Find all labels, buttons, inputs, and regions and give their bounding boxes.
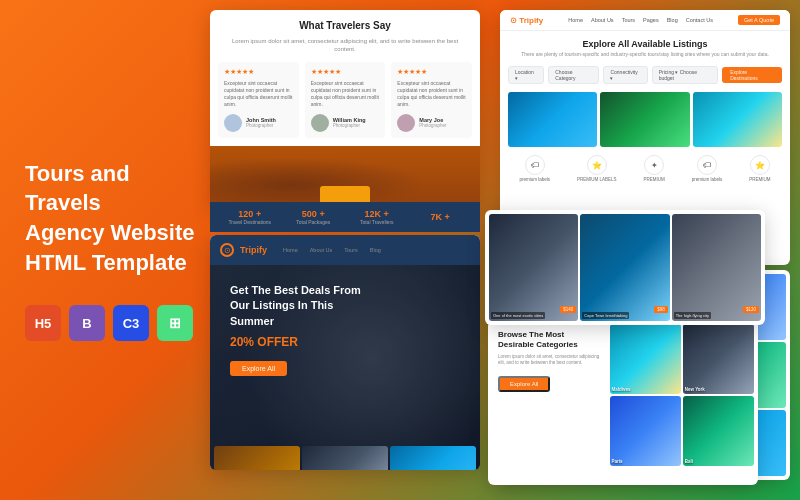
filters-row: Location ▾ Choose Category Connectivity … [500,62,790,88]
stat-destinations: 120 + Travel Destinations [218,209,282,225]
prem-label-2: ⭐ PREMIUM LABELS [577,155,617,182]
listing-photo-dubai [508,92,597,147]
avatar-3 [397,114,415,132]
listing-photo-cinque [693,92,782,147]
mid-photo-3: The high-flying city $120 [672,214,761,321]
html5-badge: H5 [25,305,61,341]
listings-photo-grid [500,88,790,151]
premium-labels-row: 🏷 premium labels ⭐ PREMIUM LABELS ✦ PREM… [500,151,790,188]
categories-left: Browse The Most Desirable Categories Lor… [488,320,610,402]
deals-text: Get The Best Deals From Our Listings In … [220,273,470,386]
stat-extra: 7K + [409,212,473,222]
categories-right: Maldives New York Paris Bali [610,320,759,470]
stat-packages: 500 + Total Packages [282,209,346,225]
testimonials-subtitle: Lorem ipsum dolor sit amet, consectetur … [210,37,480,62]
cat-item-bali: Bali [683,396,754,466]
testimonials-screenshot: What Travelers Say Lorem ipsum dolor sit… [210,10,480,210]
avatar-2 [311,114,329,132]
categories-title: Browse The Most Desirable Categories [498,330,600,351]
prem-label-3: ✦ PREMIUM [643,155,664,182]
deals-title: Get The Best Deals From Our Listings In … [230,283,380,329]
cat-item-maldives: Maldives [610,324,681,394]
get-quote-button[interactable]: Get A Quote [738,15,780,25]
css3-badge: C3 [113,305,149,341]
middle-strip: One of the most exotic cities $140 Cape … [485,210,765,325]
testimonials-title: What Travelers Say [210,10,480,37]
tech-badges: H5 B C3 ⊞ [25,305,195,341]
avatar-1 [224,114,242,132]
listings-nav: ⊙ Tripify Home About Us Tours Pages Blog… [500,10,790,31]
filter-category[interactable]: Choose Category [548,66,599,84]
multi-badge: ⊞ [157,305,193,341]
tripify-logo-text: Tripify [240,245,267,255]
prem-label-5: ⭐ PREMIUM [749,155,770,182]
deals-content: Get The Best Deals From Our Listings In … [210,265,480,470]
test-card-3: ★★★★★ Excepteur sint occaecat cupidatat … [391,62,472,138]
listings-title: Explore All Available Listings [510,39,780,49]
filter-location[interactable]: Location ▾ [508,66,544,84]
explore-all-button[interactable]: Explore All [230,361,287,376]
deal-photo-2: New York [302,446,388,470]
prem-label-1: 🏷 premium labels [519,155,550,182]
deals-offer: 20% OFFER [230,335,460,349]
hero-desert-image [210,146,480,210]
stat-travellers: 12K + Total Travellers [345,209,409,225]
listings-logo: ⊙ Tripify [510,16,543,25]
stats-bar: 120 + Travel Destinations 500 + Total Pa… [210,202,480,232]
listing-photo-bali [600,92,689,147]
deals-photo-grid: Safari New York Maldives [210,442,480,470]
page-title: Tours and Travels Agency Website HTML Te… [25,159,195,278]
main-composite: What Travelers Say Lorem ipsum dolor sit… [210,10,790,490]
deals-screenshot: ⊙ Tripify Home About Us Tours Blog Get T… [210,235,480,470]
deals-header: ⊙ Tripify Home About Us Tours Blog [210,235,480,265]
listings-header: Explore All Available Listings There are… [500,31,790,62]
listings-subtitle: There are plenty of tourism-specific and… [510,51,780,58]
nav-links: Home About Us Tours Pages Blog Contact U… [568,17,713,23]
cat-item-paris: Paris [610,396,681,466]
deal-photo-1: Safari [214,446,300,470]
prem-label-4: 🏷 premium labels [692,155,723,182]
tripify-icon: ⊙ [220,243,234,257]
test-card-1: ★★★★★ Excepteur sint occaecat cupidatat … [218,62,299,138]
categories-screenshot: Browse The Most Desirable Categories Lor… [488,320,758,485]
deal-photo-3: Maldives [390,446,476,470]
mid-photo-2: Cape Town breathtaking $98 [580,214,669,321]
filter-connectivity[interactable]: Connectivity ▾ [603,66,647,84]
testimonials-cards: ★★★★★ Excepteur sint occaecat cupidatat … [210,62,480,138]
cat-item-newyork: New York [683,324,754,394]
test-card-2: ★★★★★ Excepteur sint occaecat cupidatat … [305,62,386,138]
left-panel: Tours and Travels Agency Website HTML Te… [0,0,220,500]
filter-pricing[interactable]: Pricing ▾ Choose budget [652,66,719,84]
mid-photo-1: One of the most exotic cities $140 [489,214,578,321]
deals-nav: Home About Us Tours Blog [273,247,391,253]
categories-explore-button[interactable]: Explore All [498,376,550,392]
bootstrap-badge: B [69,305,105,341]
explore-destinations-button[interactable]: Explore Destinations [722,67,782,83]
categories-subtitle: Lorem ipsum dolor sit amet, consectetur … [498,354,600,367]
